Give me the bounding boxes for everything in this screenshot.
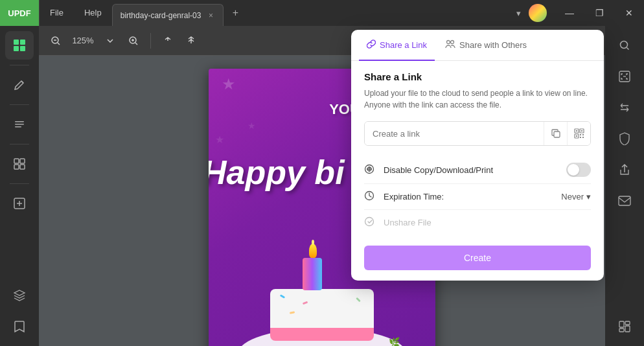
expiry-value-text: Never — [561, 192, 584, 202]
expiry-row: Expiration Time: Never ▾ — [364, 184, 591, 210]
right-protect-button[interactable] — [610, 124, 639, 153]
svg-point-37 — [365, 218, 374, 226]
svg-rect-2 — [14, 46, 19, 51]
tabs-overflow-button[interactable]: ▾ — [509, 4, 527, 22]
share-title: Share a Link — [364, 71, 591, 82]
right-organize-button[interactable] — [610, 312, 639, 341]
svg-rect-18 — [625, 321, 630, 325]
share-description: Upload your file to the cloud to send pe… — [364, 87, 591, 111]
share-tabs: Share a Link Share with Others — [351, 30, 604, 61]
new-tab-button[interactable]: + — [226, 4, 244, 22]
create-button[interactable]: Create — [364, 246, 591, 270]
svg-point-22 — [451, 40, 454, 43]
svg-point-14 — [621, 41, 628, 49]
svg-point-21 — [447, 40, 450, 43]
zoom-input[interactable]: 125% — [70, 36, 96, 45]
svg-rect-3 — [20, 46, 25, 51]
unshare-label: Unshare File — [384, 218, 591, 227]
right-share-button[interactable] — [610, 156, 639, 184]
expiry-value-selector[interactable]: Never ▾ — [561, 192, 591, 202]
svg-rect-33 — [582, 137, 584, 138]
sidebar-divider-2 — [10, 104, 29, 105]
disable-copy-row: Disable Copy/Download/Print — [364, 156, 591, 184]
zoom-in-button[interactable] — [124, 32, 143, 50]
sidebar-item-stamp[interactable] — [5, 189, 34, 218]
svg-rect-4 — [15, 121, 24, 122]
qr-code-button[interactable] — [567, 122, 590, 145]
document-tab[interactable]: birthday-card-genral-03 × — [112, 4, 224, 26]
svg-rect-30 — [580, 134, 581, 135]
tab-title: birthday-card-genral-03 — [121, 11, 201, 20]
svg-rect-32 — [580, 137, 581, 138]
sidebar-divider-1 — [10, 65, 29, 65]
right-panel — [605, 26, 644, 346]
right-search-button[interactable] — [610, 31, 639, 60]
menu-bar: File Help — [40, 0, 112, 26]
sidebar-item-thumbnails[interactable] — [5, 31, 34, 60]
menu-help[interactable]: Help — [74, 0, 112, 26]
menu-file[interactable]: File — [40, 0, 74, 26]
restore-button[interactable]: ❐ — [584, 0, 614, 26]
close-button[interactable]: ✕ — [614, 0, 644, 26]
right-ocr-button[interactable] — [610, 62, 639, 91]
zoom-display: 125% — [70, 36, 96, 45]
sidebar-item-highlight[interactable] — [5, 71, 34, 99]
share-tab-others-label: Share with Others — [459, 40, 527, 50]
svg-rect-31 — [582, 134, 584, 135]
right-email-button[interactable] — [610, 187, 639, 215]
share-tab-others[interactable]: Share with Others — [437, 30, 535, 61]
svg-rect-17 — [619, 321, 624, 327]
minimize-button[interactable]: — — [555, 0, 584, 26]
app-logo: UPDF — [0, 0, 39, 26]
link-input-row — [364, 121, 591, 146]
svg-rect-29 — [576, 135, 577, 137]
disable-copy-label: Disable Copy/Download/Print — [384, 165, 566, 175]
sidebar-item-layers[interactable] — [5, 281, 34, 310]
unshare-row: Unshare File — [364, 210, 591, 235]
disable-copy-toggle[interactable] — [566, 163, 591, 177]
disable-copy-icon — [364, 164, 377, 176]
expiry-label: Expiration Time: — [384, 192, 561, 202]
left-sidebar — [0, 26, 39, 346]
toggle-knob — [568, 164, 579, 176]
svg-rect-20 — [619, 329, 624, 332]
svg-rect-5 — [15, 124, 24, 125]
link-input-field[interactable] — [365, 122, 544, 145]
svg-rect-9 — [14, 165, 19, 169]
svg-rect-1 — [20, 40, 25, 45]
share-tab-link[interactable]: Share a Link — [359, 30, 435, 61]
svg-rect-10 — [20, 165, 25, 169]
titlebar: UPDF File Help birthday-card-genral-03 ×… — [0, 0, 644, 26]
prev-page-button[interactable] — [159, 32, 177, 50]
svg-rect-27 — [576, 130, 577, 132]
svg-rect-7 — [14, 159, 19, 163]
copy-link-button[interactable] — [544, 122, 567, 145]
zoom-out-button[interactable] — [47, 32, 65, 50]
others-tab-icon — [445, 40, 455, 51]
link-tab-icon — [367, 40, 376, 51]
share-body: Share a Link Upload your file to the clo… — [351, 61, 604, 281]
avatar-button[interactable] — [529, 4, 547, 22]
zoom-dropdown-button[interactable] — [101, 32, 119, 50]
first-page-button[interactable] — [182, 32, 200, 50]
sidebar-divider-4 — [10, 183, 29, 184]
unshare-icon — [364, 216, 377, 229]
svg-rect-23 — [554, 132, 560, 137]
svg-rect-8 — [20, 159, 25, 163]
tab-close-button[interactable]: × — [206, 11, 215, 20]
svg-rect-28 — [581, 130, 582, 132]
expiry-chevron-icon: ▾ — [586, 192, 591, 202]
svg-rect-16 — [619, 196, 630, 205]
sidebar-item-edit[interactable] — [5, 150, 34, 178]
sidebar-item-bookmark[interactable] — [5, 312, 34, 341]
sidebar-divider-3 — [10, 144, 29, 144]
tab-bar: birthday-card-genral-03 × + — [112, 0, 509, 26]
svg-rect-19 — [625, 326, 630, 332]
svg-rect-6 — [15, 126, 21, 128]
right-convert-button[interactable] — [610, 93, 639, 122]
sidebar-item-outline[interactable] — [5, 110, 34, 139]
toolbar-separator-1 — [150, 33, 151, 49]
share-tab-link-label: Share a Link — [380, 40, 427, 50]
svg-rect-0 — [14, 40, 19, 45]
window-controls: — ❐ ✕ — [555, 0, 644, 26]
